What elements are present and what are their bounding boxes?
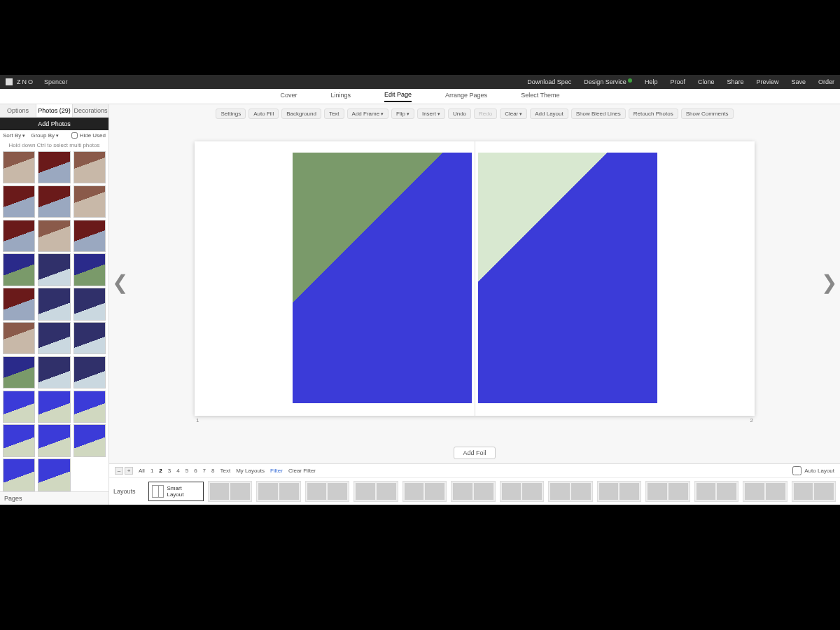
photo-thumbnail[interactable] — [38, 356, 70, 388]
filter-my-layouts[interactable]: My Layouts — [236, 468, 265, 474]
nav-preview[interactable]: Preview — [756, 78, 778, 85]
right-page[interactable] — [475, 141, 755, 416]
nav-design-service[interactable]: Design Service — [584, 78, 632, 85]
photo-thumbnail[interactable] — [3, 151, 35, 183]
nav-download-spec[interactable]: Download Spec — [527, 78, 571, 85]
photo-thumbnail[interactable] — [74, 322, 106, 354]
tool-text[interactable]: Text — [324, 108, 344, 119]
filter-num[interactable]: 3 — [168, 468, 171, 474]
photo-thumbnail[interactable] — [38, 253, 70, 286]
nav-order[interactable]: Order — [818, 78, 834, 85]
photo-thumbnail[interactable] — [38, 322, 70, 354]
group-by-dropdown[interactable]: Group By — [31, 132, 59, 139]
filter-all[interactable]: All — [139, 468, 145, 474]
nav-clone[interactable]: Clone — [698, 78, 715, 85]
pages-section-label[interactable]: Pages — [0, 491, 108, 505]
layout-option[interactable] — [792, 481, 836, 502]
photo-thumbnail-grid[interactable] — [0, 150, 108, 491]
layout-option[interactable] — [256, 481, 301, 502]
tool-redo[interactable]: Redo — [474, 108, 497, 119]
photo-thumbnail[interactable] — [3, 253, 35, 286]
tab-select-theme[interactable]: Select Theme — [521, 92, 559, 102]
filter-num[interactable]: 5 — [186, 468, 188, 474]
photo-thumbnail[interactable] — [74, 186, 106, 218]
stepper-down-icon[interactable]: – — [115, 467, 123, 475]
nav-share[interactable]: Share — [727, 78, 743, 85]
layout-option[interactable] — [208, 481, 253, 502]
tool-undo[interactable]: Undo — [448, 108, 471, 119]
tool-insert[interactable]: Insert — [417, 108, 445, 119]
add-foil-button[interactable]: Add Foil — [454, 447, 495, 459]
photo-thumbnail[interactable] — [3, 288, 35, 320]
photo-thumbnail[interactable] — [38, 391, 70, 423]
layout-option[interactable] — [597, 481, 642, 502]
photo-thumbnail[interactable] — [3, 220, 35, 252]
tool-add-frame[interactable]: Add Frame — [347, 108, 389, 119]
nav-help[interactable]: Help — [645, 78, 658, 85]
photo-frame-right[interactable] — [478, 153, 657, 403]
stepper-up-icon[interactable]: + — [125, 467, 133, 475]
layout-option[interactable] — [694, 481, 739, 502]
page-spread[interactable] — [195, 141, 755, 416]
filter-text[interactable]: Text — [220, 468, 231, 474]
layout-option[interactable] — [500, 481, 545, 502]
left-page[interactable] — [195, 141, 475, 416]
photo-thumbnail[interactable] — [3, 186, 35, 218]
filter-num[interactable]: 4 — [176, 468, 179, 474]
sidebar-tab-decorations[interactable]: Decorations — [73, 104, 108, 117]
photo-thumbnail[interactable] — [3, 458, 35, 491]
photo-thumbnail[interactable] — [3, 391, 35, 423]
tab-cover[interactable]: Cover — [281, 92, 298, 102]
tool-add-layout[interactable]: Add Layout — [530, 108, 568, 119]
sort-by-dropdown[interactable]: Sort By — [3, 132, 25, 139]
add-photos-button[interactable]: Add Photos — [0, 118, 108, 130]
prev-spread-button[interactable]: ❮ — [112, 271, 128, 294]
tab-linings[interactable]: Linings — [331, 92, 351, 102]
tool-background[interactable]: Background — [281, 108, 321, 119]
next-spread-button[interactable]: ❯ — [821, 271, 837, 294]
layout-option[interactable] — [305, 481, 350, 502]
photo-thumbnail[interactable] — [74, 220, 106, 252]
photo-frame-left[interactable] — [293, 153, 472, 403]
layout-option[interactable] — [402, 481, 447, 502]
sidebar-tab-photos[interactable]: Photos (29) — [36, 104, 73, 117]
photo-thumbnail[interactable] — [38, 151, 70, 183]
filter-num[interactable]: 6 — [194, 468, 197, 474]
photo-thumbnail[interactable] — [74, 391, 106, 423]
smart-layout-card[interactable]: Smart Layout — [148, 482, 204, 501]
tool-auto-fill[interactable]: Auto Fill — [248, 108, 279, 119]
photo-thumbnail[interactable] — [3, 322, 35, 354]
filter-num[interactable]: 2 — [159, 468, 162, 474]
tool-show-bleed[interactable]: Show Bleed Lines — [571, 108, 626, 119]
project-name[interactable]: Spencer — [44, 78, 68, 85]
photo-thumbnail[interactable] — [74, 253, 106, 286]
tool-flip[interactable]: Flip — [391, 108, 414, 119]
tab-edit-page[interactable]: Edit Page — [384, 91, 412, 102]
photo-thumbnail[interactable] — [3, 424, 35, 456]
layout-option[interactable] — [451, 481, 496, 502]
photo-thumbnail[interactable] — [3, 356, 35, 388]
filter-num[interactable]: 7 — [203, 468, 206, 474]
photo-thumbnail[interactable] — [74, 151, 106, 183]
photo-thumbnail[interactable] — [38, 458, 70, 491]
filter-num[interactable]: 8 — [211, 468, 214, 474]
tool-retouch[interactable]: Retouch Photos — [629, 108, 678, 119]
filter-link[interactable]: Filter — [270, 468, 283, 474]
tool-show-comments[interactable]: Show Comments — [681, 108, 734, 119]
layout-option[interactable] — [548, 481, 593, 502]
photo-thumbnail[interactable] — [38, 288, 70, 320]
photo-thumbnail[interactable] — [38, 186, 70, 218]
photo-thumbnail[interactable] — [74, 424, 106, 456]
layout-option[interactable] — [645, 481, 690, 502]
tool-clear[interactable]: Clear — [500, 108, 527, 119]
sidebar-tab-options[interactable]: Options — [0, 104, 36, 117]
tab-arrange-pages[interactable]: Arrange Pages — [445, 92, 487, 102]
nav-save[interactable]: Save — [791, 78, 806, 85]
auto-layout-checkbox[interactable] — [792, 466, 802, 475]
hide-used-checkbox[interactable] — [71, 132, 78, 139]
layout-option[interactable] — [354, 481, 398, 502]
nav-proof[interactable]: Proof — [670, 78, 685, 85]
photo-thumbnail[interactable] — [74, 356, 106, 388]
photo-thumbnail[interactable] — [74, 288, 106, 320]
filter-num[interactable]: 1 — [150, 468, 153, 474]
